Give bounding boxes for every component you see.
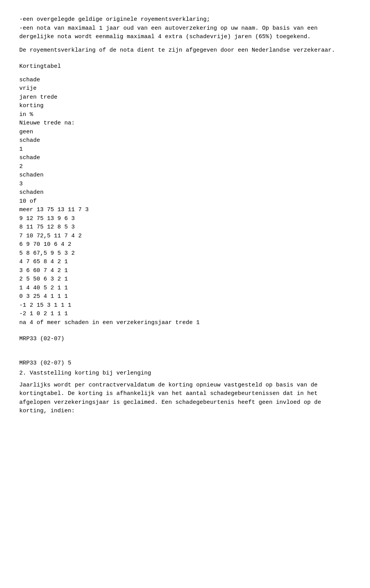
- section-2-heading: 2. Vaststelling korting bij verlenging: [19, 369, 351, 378]
- mrp33-footer-1: MRP33 (02-07): [19, 335, 351, 344]
- paragraph-1: -een overgelegde geldige originele royem…: [19, 15, 351, 24]
- document-body: -een overgelegde geldige originele royem…: [19, 15, 351, 416]
- mrp33-footer-2: MRP33 (02-07) 5: [19, 359, 351, 368]
- kortingtabel-heading: Kortingtabel: [19, 62, 351, 71]
- kortingtabel-content: schade vrije jaren trede korting in % Ni…: [19, 76, 351, 328]
- paragraph-3: De royementsverklaring of de nota dient …: [19, 46, 351, 55]
- paragraph-2: -een nota van maximaal 1 jaar oud van ee…: [19, 24, 351, 42]
- section-2-body: Jaarlijks wordt per contractvervaldatum …: [19, 381, 351, 416]
